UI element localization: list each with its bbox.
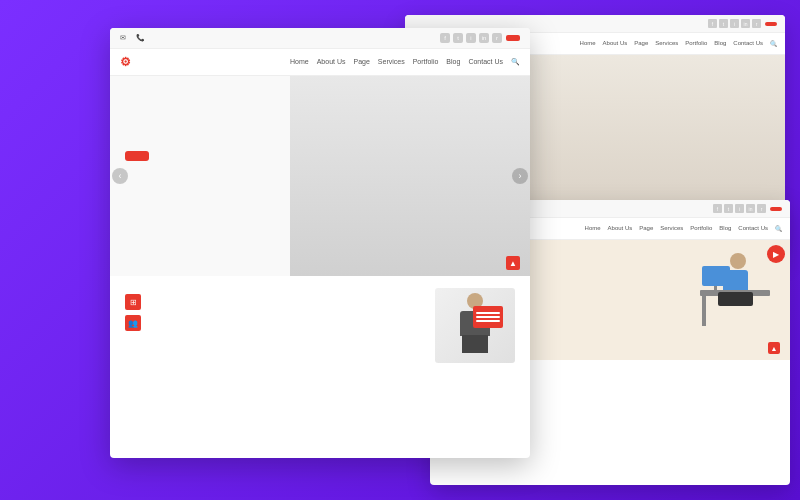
- nav-about-t[interactable]: About Us: [608, 225, 633, 232]
- email-main: ✉: [120, 34, 128, 42]
- twitter-icon: t: [719, 19, 728, 28]
- preview-card-main: ✉ 📞 f t i in r ⚙ Home About Us Page Serv…: [110, 28, 530, 458]
- scroll-up-main[interactable]: ▲: [506, 256, 520, 270]
- nav-portfolio-m[interactable]: Portfolio: [413, 58, 439, 66]
- facebook-icon: f: [708, 19, 717, 28]
- sp-monitor: [702, 266, 730, 286]
- nav-services-t[interactable]: Services: [660, 225, 683, 232]
- team-icon: 👥: [125, 315, 141, 331]
- logo-main: ⚙: [120, 55, 135, 69]
- nav-blog[interactable]: Blog: [714, 40, 726, 47]
- nav-services[interactable]: Services: [655, 40, 678, 47]
- welcome-illustration: [435, 288, 515, 363]
- rss-icon: r: [752, 19, 761, 28]
- mission-section: ⊞: [125, 294, 423, 310]
- person-illustration: [445, 291, 505, 361]
- nav-blog-t[interactable]: Blog: [719, 225, 731, 232]
- social-icons: f t i in r: [708, 19, 761, 28]
- nav-services-m[interactable]: Services: [378, 58, 405, 66]
- doc-line-2: [476, 316, 500, 318]
- nav-page-m[interactable]: Page: [353, 58, 369, 66]
- quote-button-secondary[interactable]: [765, 22, 777, 26]
- topbar-main: ✉ 📞 f t i in r: [110, 28, 530, 49]
- nav-portfolio[interactable]: Portfolio: [685, 40, 707, 47]
- nav-links-main: Home About Us Page Services Portfolio Bl…: [290, 58, 520, 66]
- hero-text-main: [125, 106, 305, 165]
- instagram-icon-third: i: [735, 204, 744, 213]
- quote-button-main[interactable]: [506, 35, 520, 41]
- document-illustration: [473, 306, 503, 328]
- nav-contact[interactable]: Contact Us: [733, 40, 763, 47]
- hero-people-main: [300, 81, 520, 276]
- quote-button-third[interactable]: [770, 207, 782, 211]
- li-icon-main: in: [479, 33, 489, 43]
- nav-contact-m[interactable]: Contact Us: [468, 58, 503, 66]
- nav-blog-m[interactable]: Blog: [446, 58, 460, 66]
- sp-desk-leg: [702, 296, 706, 326]
- hero-nav-right[interactable]: ›: [512, 168, 528, 184]
- hero-nav-left[interactable]: ‹: [112, 168, 128, 184]
- gear-icon-main: ⚙: [120, 55, 131, 69]
- sp-head: [730, 253, 746, 269]
- nav-home[interactable]: Home: [580, 40, 596, 47]
- instagram-icon: i: [730, 19, 739, 28]
- fb-icon-main: f: [440, 33, 450, 43]
- social-icons-third: f t i in r: [713, 204, 766, 213]
- hero-main: ‹ › ▲: [110, 76, 530, 276]
- rss-icon-third: r: [757, 204, 766, 213]
- navbar-main: ⚙ Home About Us Page Services Portfolio …: [110, 49, 530, 76]
- social-icons-main: f t i in r: [440, 33, 502, 43]
- sp-monitor-stand: [714, 286, 717, 291]
- doc-line-1: [476, 312, 500, 314]
- nav-page-t[interactable]: Page: [639, 225, 653, 232]
- mission-icon: ⊞: [125, 294, 141, 310]
- linkedin-icon: in: [741, 19, 750, 28]
- welcome-left-main: ⊞ 👥: [125, 288, 423, 363]
- hero-image-main: [290, 76, 530, 276]
- illus-legs: [462, 335, 488, 353]
- linkedin-icon-third: in: [746, 204, 755, 213]
- nav-about[interactable]: About Us: [603, 40, 628, 47]
- ig-icon-main: i: [466, 33, 476, 43]
- welcome-image-main: [435, 288, 515, 363]
- sp-legs: [718, 292, 753, 306]
- illustration-right: [680, 248, 780, 348]
- search-icon-m[interactable]: 🔍: [511, 58, 520, 66]
- tw-icon-main: t: [453, 33, 463, 43]
- doc-line-3: [476, 320, 500, 322]
- nav-portfolio-t[interactable]: Portfolio: [690, 225, 712, 232]
- rs-icon-main: r: [492, 33, 502, 43]
- twitter-icon-third: t: [724, 204, 733, 213]
- hero-heading-main: [125, 111, 305, 135]
- welcome-section-main: ⊞ 👥: [110, 276, 530, 375]
- nav-contact-t[interactable]: Contact Us: [738, 225, 768, 232]
- phone-main: 📞: [136, 34, 147, 42]
- sitting-person-illustration: [680, 248, 780, 348]
- nav-links-secondary: Home About Us Page Services Portfolio Bl…: [580, 40, 777, 47]
- nav-home-m[interactable]: Home: [290, 58, 309, 66]
- nav-home-t[interactable]: Home: [585, 225, 601, 232]
- learn-more-button[interactable]: [125, 151, 149, 161]
- nav-links-third: Home About Us Page Services Portfolio Bl…: [585, 225, 782, 232]
- facebook-icon-third: f: [713, 204, 722, 213]
- team-section: 👥: [125, 315, 423, 331]
- nav-about-m[interactable]: About Us: [317, 58, 346, 66]
- nav-page[interactable]: Page: [634, 40, 648, 47]
- contact-info-main: ✉ 📞: [120, 34, 147, 42]
- search-icon[interactable]: 🔍: [770, 40, 777, 47]
- search-icon-t[interactable]: 🔍: [775, 225, 782, 232]
